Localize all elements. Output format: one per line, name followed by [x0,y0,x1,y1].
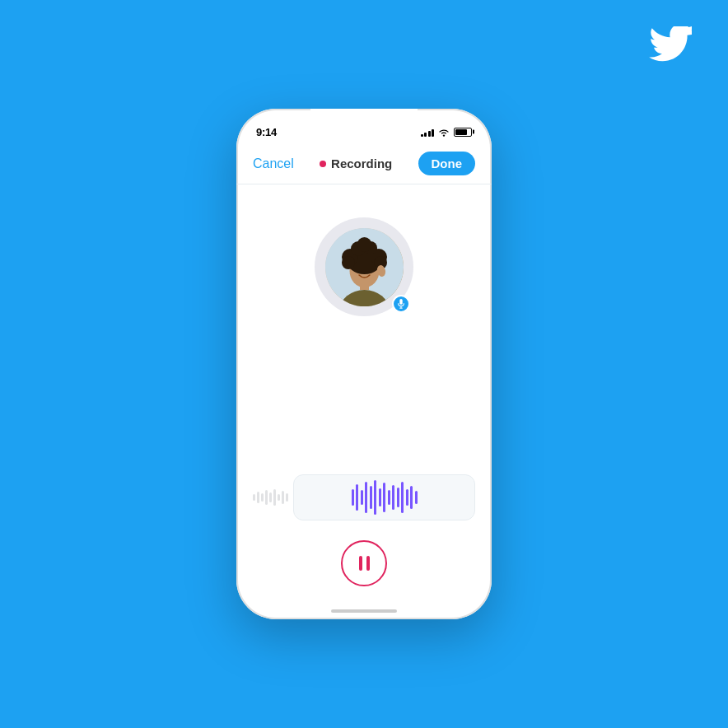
recording-label: Recording [331,156,392,170]
pause-bar-right [366,556,370,571]
mic-badge-icon [392,295,410,313]
wifi-icon [438,128,450,137]
waveform-faded [253,489,288,506]
svg-point-12 [342,256,355,269]
status-icons [421,128,473,137]
waveform-area [253,474,475,520]
cancel-button[interactable]: Cancel [253,156,294,171]
twitter-logo [649,26,692,69]
home-indicator [331,609,397,613]
pause-button-wrap [341,540,387,586]
nav-bar: Cancel Recording Done [236,145,492,184]
phone-frame: 9:14 [236,109,492,619]
avatar-area [315,217,413,316]
signal-bars-icon [421,128,435,137]
status-time: 9:14 [256,126,277,138]
recording-dot-icon [320,161,326,167]
avatar [325,228,404,306]
battery-icon [454,128,472,137]
waveform-box [293,474,475,520]
phone-mockup: 9:14 [236,109,492,619]
done-button[interactable]: Done [418,152,476,175]
pause-icon [359,556,370,571]
pause-button[interactable] [341,540,387,586]
phone-notch [310,109,418,130]
svg-rect-15 [399,299,402,305]
recording-status: Recording [320,156,392,170]
svg-point-11 [357,237,371,252]
phone-content [236,184,492,619]
pause-bar-left [359,556,362,571]
